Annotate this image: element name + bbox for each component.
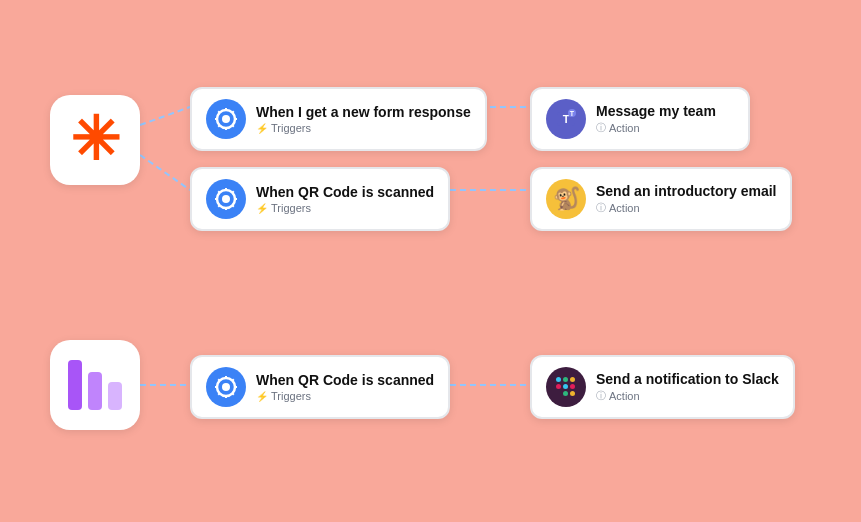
slack-icon bbox=[546, 367, 586, 407]
node-subtitle-qr-bottom: ⚡ Triggers bbox=[256, 390, 434, 402]
slack-svg bbox=[554, 375, 578, 399]
svg-line-37 bbox=[232, 393, 233, 394]
node-text-intro-email: Send an introductory email ⓘ Action bbox=[596, 183, 776, 215]
node-title-qr-top: When QR Code is scanned bbox=[256, 184, 434, 200]
svg-line-1 bbox=[140, 155, 190, 190]
svg-line-25 bbox=[218, 205, 219, 206]
node-qr-top[interactable]: When QR Code is scanned ⚡ Triggers bbox=[190, 167, 450, 231]
node-text-message-team: Message my team ⓘ Action bbox=[596, 103, 716, 135]
svg-line-14 bbox=[232, 111, 233, 112]
node-title-message-team: Message my team bbox=[596, 103, 716, 119]
bolt-icon-qr-bottom: ⚡ bbox=[256, 391, 268, 402]
node-subtitle-slack: ⓘ Action bbox=[596, 389, 779, 403]
info-icon-message-team: ⓘ bbox=[596, 121, 606, 135]
svg-line-15 bbox=[218, 125, 219, 126]
node-subtitle-form: ⚡ Triggers bbox=[256, 122, 471, 134]
svg-point-6 bbox=[222, 115, 230, 123]
node-text-qr-top: When QR Code is scanned ⚡ Triggers bbox=[256, 184, 434, 214]
node-title-qr-bottom: When QR Code is scanned bbox=[256, 372, 434, 388]
svg-rect-47 bbox=[570, 391, 575, 396]
node-text-slack: Send a notification to Slack ⓘ Action bbox=[596, 371, 779, 403]
node-subtitle-intro-email: ⓘ Action bbox=[596, 201, 776, 215]
mailchimp-icon: 🐒 bbox=[546, 179, 586, 219]
make-bar-2 bbox=[88, 372, 102, 410]
zapier-app-icon: ✳ bbox=[50, 95, 140, 185]
mailchimp-face-icon: 🐒 bbox=[553, 186, 580, 212]
node-title-form: When I get a new form response bbox=[256, 104, 471, 120]
trigger-icon-form bbox=[206, 99, 246, 139]
svg-line-38 bbox=[232, 379, 233, 380]
teams-svg: T T bbox=[553, 106, 579, 132]
bolt-icon-form: ⚡ bbox=[256, 123, 268, 134]
svg-line-12 bbox=[218, 111, 219, 112]
trigger-icon-qr-bottom bbox=[206, 367, 246, 407]
info-icon-intro-email: ⓘ bbox=[596, 201, 606, 215]
wheel-svg-qr-top bbox=[214, 187, 238, 211]
svg-rect-44 bbox=[570, 384, 575, 389]
svg-rect-41 bbox=[556, 377, 561, 382]
node-intro-email[interactable]: 🐒 Send an introductory email ⓘ Action bbox=[530, 167, 792, 231]
svg-line-39 bbox=[218, 393, 219, 394]
canvas: ✳ When I get a new form bbox=[0, 0, 861, 522]
svg-line-22 bbox=[218, 191, 219, 192]
svg-text:T: T bbox=[570, 110, 575, 117]
svg-point-30 bbox=[222, 383, 230, 391]
node-qr-bottom[interactable]: When QR Code is scanned ⚡ Triggers bbox=[190, 355, 450, 419]
svg-line-24 bbox=[232, 191, 233, 192]
svg-rect-45 bbox=[563, 384, 568, 389]
make-app-icon bbox=[50, 340, 140, 430]
make-bar-1 bbox=[68, 360, 82, 410]
node-text-form: When I get a new form response ⚡ Trigger… bbox=[256, 104, 471, 134]
svg-rect-46 bbox=[563, 391, 568, 396]
node-form-response[interactable]: When I get a new form response ⚡ Trigger… bbox=[190, 87, 487, 151]
make-bars-icon bbox=[68, 360, 122, 410]
make-bar-3 bbox=[108, 382, 122, 410]
node-message-team[interactable]: T T Message my team ⓘ Action bbox=[530, 87, 750, 151]
svg-rect-42 bbox=[563, 377, 568, 382]
node-title-intro-email: Send an introductory email bbox=[596, 183, 776, 199]
node-title-slack: Send a notification to Slack bbox=[596, 371, 779, 387]
svg-line-13 bbox=[232, 125, 233, 126]
info-icon-slack: ⓘ bbox=[596, 389, 606, 403]
node-subtitle-message-team: ⓘ Action bbox=[596, 121, 716, 135]
svg-rect-43 bbox=[570, 377, 575, 382]
node-slack[interactable]: Send a notification to Slack ⓘ Action bbox=[530, 355, 795, 419]
connector-lines bbox=[0, 0, 861, 522]
wheel-svg-qr-bottom bbox=[214, 375, 238, 399]
svg-rect-40 bbox=[556, 384, 561, 389]
svg-line-0 bbox=[140, 107, 190, 125]
svg-line-23 bbox=[232, 205, 233, 206]
trigger-icon-qr-top bbox=[206, 179, 246, 219]
zapier-asterisk-icon: ✳ bbox=[70, 110, 120, 170]
node-text-qr-bottom: When QR Code is scanned ⚡ Triggers bbox=[256, 372, 434, 402]
svg-point-16 bbox=[222, 195, 230, 203]
node-subtitle-qr-top: ⚡ Triggers bbox=[256, 202, 434, 214]
teams-icon: T T bbox=[546, 99, 586, 139]
svg-line-36 bbox=[218, 379, 219, 380]
bolt-icon-qr-top: ⚡ bbox=[256, 203, 268, 214]
wheel-svg-form bbox=[214, 107, 238, 131]
